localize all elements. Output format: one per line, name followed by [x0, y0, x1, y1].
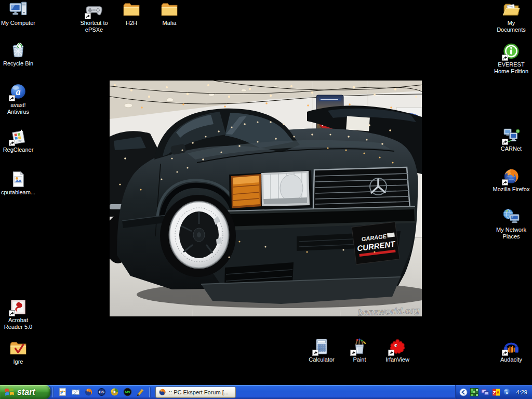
- everest-icon: [502, 43, 520, 60]
- zonealarm-icon[interactable]: [492, 388, 500, 396]
- desktop-icon-irfanview[interactable]: IrfanView: [376, 338, 419, 363]
- regcleaner-icon: [9, 128, 27, 145]
- irfanview-icon: [389, 338, 406, 355]
- bsplayer-icon[interactable]: [97, 388, 106, 396]
- avast-icon: [9, 83, 27, 101]
- desktop-icon-label: Shortcut toePSXe: [80, 20, 108, 33]
- desktop-icon-label: My Computer: [1, 20, 35, 26]
- audacity-icon: [502, 338, 520, 355]
- shortcut-arrow-icon: [9, 140, 15, 146]
- desktop-icon-label: AcrobatReader 5.0: [4, 317, 32, 330]
- shortcut-arrow-icon: [502, 139, 508, 145]
- network-connections-icon[interactable]: [481, 388, 489, 396]
- tray-clock[interactable]: 4:29: [516, 389, 527, 395]
- recycle-bin-icon: [9, 42, 27, 59]
- taskband-handle[interactable]: [149, 387, 151, 397]
- grille: [313, 167, 410, 210]
- desktop-icon-h2h[interactable]: H2H: [110, 1, 153, 26]
- shortcut-arrow-icon: [9, 310, 15, 316]
- system-tray: 4:29: [455, 385, 532, 399]
- start-button[interactable]: start: [0, 385, 50, 399]
- desktop-icon-carnet[interactable]: CARNet: [489, 127, 532, 152]
- desktop-icon-regcleaner[interactable]: RegCleaner: [0, 128, 40, 153]
- desktop-icon-everest[interactable]: EVERESTHome Edition: [489, 43, 532, 75]
- front-wheel: [160, 195, 236, 277]
- desktop-icon-label: Recycle Bin: [3, 60, 33, 67]
- desktop-icon-label: MyDocuments: [497, 20, 526, 33]
- desktop: FUCHS FUCHS: [0, 0, 532, 399]
- desktop-icon-label: IrfanView: [385, 356, 409, 363]
- outlook-express-icon[interactable]: [71, 388, 80, 396]
- desktop-icon-label: CARNet: [501, 145, 522, 152]
- shortcut-arrow-icon: [502, 350, 508, 356]
- task-button-pc-ekspert-forum[interactable]: :: PC Ekspert Forum [...: [155, 387, 236, 398]
- shortcut-arrow-icon: [85, 13, 91, 19]
- desktop-icon-paint[interactable]: Paint: [338, 338, 381, 363]
- desktop-icon-my-computer[interactable]: My Computer: [0, 1, 40, 26]
- desktop-icon-label: Calculator: [309, 356, 335, 363]
- quick-launch-handle[interactable]: [52, 387, 54, 397]
- quick-launch-bar: [56, 388, 147, 396]
- desktop-icon-label: My NetworkPlaces: [496, 227, 526, 240]
- headlight-cluster: [229, 170, 312, 210]
- taskbar: start :: PC Ekspert Forum [... 4:29: [0, 385, 532, 399]
- license-plate: GARAGE CURRENT: [352, 222, 400, 264]
- task-button-label: :: PC Ekspert Forum [...: [169, 389, 229, 395]
- wallpaper-photo-mercedes: FUCHS FUCHS: [110, 81, 422, 316]
- desktop-icon-mozilla-firefox[interactable]: Mozilla Firefox: [489, 167, 532, 193]
- brush-tool-icon[interactable]: [136, 388, 145, 396]
- my-computer-icon: [9, 1, 27, 19]
- folder-check-icon: [9, 340, 27, 357]
- carnet-icon: [502, 127, 520, 144]
- desktop-icon-recycle-bin[interactable]: Recycle Bin: [0, 42, 40, 67]
- firefox-icon: [158, 388, 166, 396]
- desktop-icon-mafia[interactable]: Mafia: [148, 1, 191, 26]
- firefox-icon[interactable]: [84, 388, 93, 396]
- desktop-icon-avast-antivirus[interactable]: avast!Antivirus: [0, 83, 40, 115]
- avast-tray-icon[interactable]: [503, 388, 511, 396]
- network-activity-icon[interactable]: [470, 388, 478, 396]
- shortcut-arrow-icon: [9, 95, 15, 101]
- mx-player-icon[interactable]: [123, 388, 132, 396]
- paint-icon: [351, 338, 368, 355]
- desktop-icon-my-documents[interactable]: MyDocuments: [489, 1, 532, 33]
- desktop-icon-label: Igre: [14, 358, 23, 365]
- media-player-icon[interactable]: [110, 388, 119, 396]
- desktop-icon-audacity[interactable]: Audacity: [489, 338, 532, 363]
- start-label: start: [17, 388, 35, 397]
- shortcut-arrow-icon: [502, 179, 508, 185]
- desktop-icon-label: Mafia: [163, 20, 177, 26]
- desktop-icon-igre[interactable]: Igre: [0, 340, 40, 365]
- gamepad-icon: [85, 1, 103, 19]
- desktop-icon-my-network-places[interactable]: My NetworkPlaces: [489, 208, 532, 240]
- desktop-icon-label: Audacity: [500, 356, 522, 363]
- desktop-icon-cputableam[interactable]: cputableam...: [0, 170, 40, 196]
- folder-icon: [161, 1, 178, 19]
- tray-chevron-icon[interactable]: [459, 388, 468, 396]
- image-file-icon: [9, 170, 27, 188]
- firefox-icon: [502, 167, 520, 185]
- desktop-icon-label: Mozilla Firefox: [493, 186, 530, 193]
- windows-logo-icon: [4, 387, 15, 397]
- my-documents-icon: [502, 1, 520, 19]
- calculator-icon: [313, 338, 330, 355]
- desktop-icon-label: avast!Antivirus: [7, 102, 29, 115]
- watermark-text: benzworld.org: [357, 305, 420, 316]
- desktop-icon-label: RegCleaner: [3, 147, 34, 153]
- desktop-icon-acrobat-reader[interactable]: AcrobatReader 5.0: [0, 298, 40, 330]
- desktop-icon-calculator[interactable]: Calculator: [300, 338, 343, 363]
- internet-explorer-icon[interactable]: [58, 388, 67, 396]
- desktop-icon-label: Paint: [353, 356, 366, 363]
- folder-icon: [123, 1, 140, 19]
- acrobat-icon: [9, 298, 27, 316]
- shortcut-arrow-icon: [388, 350, 394, 356]
- desktop-icon-label: cputableam...: [1, 189, 35, 196]
- windshield-paper: [346, 116, 370, 131]
- desktop-icon-label: EVERESTHome Edition: [494, 61, 528, 75]
- desktop-icon-label: H2H: [126, 20, 137, 26]
- shortcut-arrow-icon: [312, 350, 318, 356]
- network-places-icon: [502, 208, 520, 225]
- shortcut-arrow-icon: [350, 350, 356, 356]
- shortcut-arrow-icon: [502, 55, 508, 61]
